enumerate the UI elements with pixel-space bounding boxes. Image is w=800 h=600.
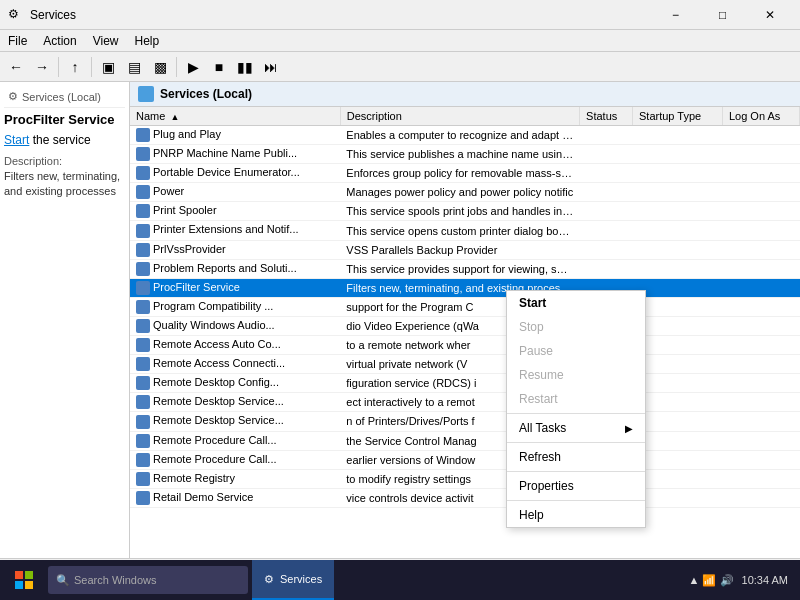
cell-name: Remote Desktop Config... bbox=[130, 374, 340, 393]
services-table[interactable]: Name ▲ Description Status Startup Type L… bbox=[130, 107, 800, 558]
table-row[interactable]: Remote Registryto modify registry settin… bbox=[130, 469, 800, 488]
refresh-button[interactable]: ▣ bbox=[96, 55, 120, 79]
context-menu: StartStopPauseResumeRestartAll Tasks▶Ref… bbox=[506, 290, 646, 528]
restart-button[interactable]: ⏭ bbox=[259, 55, 283, 79]
context-menu-sep bbox=[507, 500, 645, 501]
context-menu-resume: Resume bbox=[507, 363, 645, 387]
table-row[interactable]: Remote Procedure Call...earlier versions… bbox=[130, 450, 800, 469]
cell-desc: Manages power policy and power policy no… bbox=[340, 183, 579, 202]
cell-name: ProcFilter Service bbox=[130, 278, 340, 297]
col-description[interactable]: Description bbox=[340, 107, 579, 126]
taskbar-search[interactable]: 🔍 Search Windows bbox=[48, 566, 248, 594]
table-row[interactable]: PrlVssProviderVSS Parallels Backup Provi… bbox=[130, 240, 800, 259]
cell-name: Remote Access Auto Co... bbox=[130, 336, 340, 355]
taskbar: 🔍 Search Windows ⚙ Services ▲ 📶 🔊 10:34 … bbox=[0, 560, 800, 600]
taskbar-services-app[interactable]: ⚙ Services bbox=[252, 560, 334, 600]
cell-desc: Enforces group policy for removable mass… bbox=[340, 164, 579, 183]
show-hide-button[interactable]: ▤ bbox=[122, 55, 146, 79]
cell-status bbox=[580, 164, 633, 183]
col-status[interactable]: Status bbox=[580, 107, 633, 126]
cell-name: Retail Demo Service bbox=[130, 488, 340, 507]
cell-startup bbox=[632, 126, 722, 145]
table-header-row: Name ▲ Description Status Startup Type L… bbox=[130, 107, 800, 126]
table-row[interactable]: Remote Access Auto Co...to a remote netw… bbox=[130, 336, 800, 355]
table-row[interactable]: Print SpoolerThis service spools print j… bbox=[130, 202, 800, 221]
context-menu-start[interactable]: Start bbox=[507, 291, 645, 315]
cell-status bbox=[580, 202, 633, 221]
menu-action[interactable]: Action bbox=[35, 32, 84, 50]
cell-logon bbox=[722, 278, 799, 297]
toolbar-sep-1 bbox=[58, 57, 59, 77]
service-name: ProcFilter Service bbox=[4, 112, 125, 127]
forward-button[interactable]: → bbox=[30, 55, 54, 79]
cell-desc: This service publishes a machine name us… bbox=[340, 145, 579, 164]
table-row[interactable]: Plug and PlayEnables a computer to recog… bbox=[130, 126, 800, 145]
cell-name: Remote Procedure Call... bbox=[130, 431, 340, 450]
table-row[interactable]: ProcFilter ServiceFilters new, terminati… bbox=[130, 278, 800, 297]
back-button[interactable]: ← bbox=[4, 55, 28, 79]
context-menu-all-tasks[interactable]: All Tasks▶ bbox=[507, 416, 645, 440]
context-menu-properties[interactable]: Properties bbox=[507, 474, 645, 498]
cell-name: Plug and Play bbox=[130, 126, 340, 145]
close-button[interactable]: ✕ bbox=[747, 0, 792, 30]
table-row[interactable]: Program Compatibility ...support for the… bbox=[130, 297, 800, 316]
windows-icon bbox=[15, 571, 33, 589]
title-bar-text: Services bbox=[30, 8, 653, 22]
cell-logon bbox=[722, 316, 799, 335]
cell-name: PNRP Machine Name Publi... bbox=[130, 145, 340, 164]
cell-logon bbox=[722, 336, 799, 355]
play-button[interactable]: ▶ bbox=[181, 55, 205, 79]
stop-button[interactable]: ■ bbox=[207, 55, 231, 79]
cell-desc: This service provides support for viewin… bbox=[340, 259, 579, 278]
context-menu-restart: Restart bbox=[507, 387, 645, 411]
table-row[interactable]: Printer Extensions and Notif...This serv… bbox=[130, 221, 800, 240]
menu-view[interactable]: View bbox=[85, 32, 127, 50]
cell-logon bbox=[722, 374, 799, 393]
cell-logon bbox=[722, 393, 799, 412]
cell-status bbox=[580, 240, 633, 259]
table-row[interactable]: Remote Procedure Call...the Service Cont… bbox=[130, 431, 800, 450]
context-menu-pause: Pause bbox=[507, 339, 645, 363]
cell-name: Printer Extensions and Notif... bbox=[130, 221, 340, 240]
cell-status bbox=[580, 183, 633, 202]
clock: 10:34 AM bbox=[742, 574, 788, 586]
table-row[interactable]: Remote Desktop Config...figuration servi… bbox=[130, 374, 800, 393]
cell-logon bbox=[722, 221, 799, 240]
col-logon[interactable]: Log On As bbox=[722, 107, 799, 126]
table-row[interactable]: Retail Demo Servicevice controls device … bbox=[130, 488, 800, 507]
cell-startup bbox=[632, 259, 722, 278]
cell-logon bbox=[722, 469, 799, 488]
export-button[interactable]: ▩ bbox=[148, 55, 172, 79]
table-row[interactable]: Portable Device Enumerator...Enforces gr… bbox=[130, 164, 800, 183]
start-link[interactable]: Start bbox=[4, 133, 29, 147]
table-row[interactable]: PowerManages power policy and power poli… bbox=[130, 183, 800, 202]
table-row[interactable]: Quality Windows Audio...dio Video Experi… bbox=[130, 316, 800, 335]
service-action: Start the service bbox=[4, 133, 125, 147]
toolbar-sep-2 bbox=[91, 57, 92, 77]
col-name[interactable]: Name ▲ bbox=[130, 107, 340, 126]
start-button[interactable] bbox=[4, 560, 44, 600]
pause-button[interactable]: ▮▮ bbox=[233, 55, 257, 79]
cell-status bbox=[580, 221, 633, 240]
up-button[interactable]: ↑ bbox=[63, 55, 87, 79]
cell-name: PrlVssProvider bbox=[130, 240, 340, 259]
context-menu-refresh[interactable]: Refresh bbox=[507, 445, 645, 469]
table-row[interactable]: PNRP Machine Name Publi...This service p… bbox=[130, 145, 800, 164]
maximize-button[interactable]: □ bbox=[700, 0, 745, 30]
menu-file[interactable]: File bbox=[0, 32, 35, 50]
table-row[interactable]: Remote Desktop Service...ect interactive… bbox=[130, 393, 800, 412]
table-row[interactable]: Remote Access Connecti...virtual private… bbox=[130, 355, 800, 374]
cell-logon bbox=[722, 355, 799, 374]
context-menu-help[interactable]: Help bbox=[507, 503, 645, 527]
cell-logon bbox=[722, 297, 799, 316]
link-suffix: the service bbox=[29, 133, 90, 147]
menu-help[interactable]: Help bbox=[127, 32, 168, 50]
table-row[interactable]: Remote Desktop Service...n of Printers/D… bbox=[130, 412, 800, 431]
col-startup[interactable]: Startup Type bbox=[632, 107, 722, 126]
services-local-icon: ⚙ bbox=[8, 90, 18, 103]
context-menu-stop: Stop bbox=[507, 315, 645, 339]
cell-desc: This service spools print jobs and handl… bbox=[340, 202, 579, 221]
context-menu-sep bbox=[507, 442, 645, 443]
table-row[interactable]: Problem Reports and Soluti...This servic… bbox=[130, 259, 800, 278]
minimize-button[interactable]: − bbox=[653, 0, 698, 30]
